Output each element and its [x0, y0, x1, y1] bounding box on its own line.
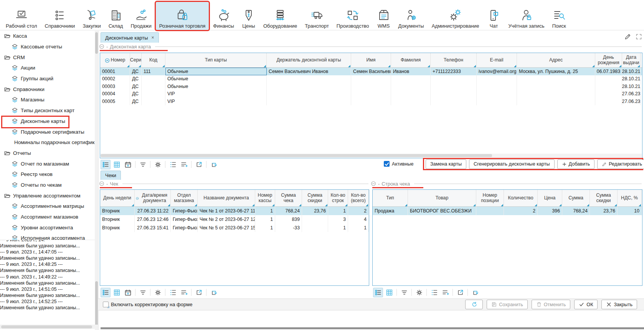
table-cell[interactable]: 396 [538, 207, 562, 215]
table-cell[interactable]: 1 [348, 224, 369, 232]
sidebar-scrollbar[interactable] [95, 31, 98, 330]
table-cell[interactable] [431, 75, 477, 83]
table-cell[interactable]: 23,76 [302, 207, 328, 215]
table-cell[interactable] [595, 75, 622, 83]
nav-item-warehouse[interactable]: Склад [105, 2, 127, 30]
table-cell[interactable]: 111 [142, 68, 165, 75]
table-cell[interactable]: Гипер-Фьюж [171, 207, 198, 215]
nav-item-prices[interactable]: Цены [238, 2, 259, 30]
column-header[interactable]: Сумма чека [275, 190, 302, 207]
table-cell[interactable] [351, 75, 391, 83]
tab-discount-cards[interactable]: Дисконтные карты × [101, 32, 159, 43]
table-cell[interactable] [267, 83, 351, 90]
column-header[interactable]: Название документа [198, 190, 255, 207]
table-cell[interactable]: -33 [275, 224, 302, 232]
refresh-button[interactable] [209, 160, 219, 169]
table-cell[interactable] [391, 90, 431, 98]
table-cell[interactable]: ДС [130, 83, 142, 90]
sidebar-item-типы-дисконтных-карт[interactable]: Типы дисконтных карт [0, 105, 95, 116]
table-cell[interactable]: ДС [130, 68, 142, 75]
table-cell[interactable]: VIP [165, 98, 267, 105]
table-cell[interactable]: 06.07.1983 [595, 68, 622, 75]
table-cell[interactable] [595, 98, 622, 105]
table-cell[interactable]: VIP [165, 90, 267, 98]
table-cell[interactable]: 1 [328, 207, 348, 215]
filter-button[interactable] [138, 160, 148, 169]
table-cell[interactable] [351, 90, 391, 98]
filter-button[interactable] [399, 288, 409, 297]
column-header[interactable]: E-mail [477, 53, 517, 68]
table-cell[interactable]: 27.06.23 15:41 [135, 224, 171, 232]
table-cell[interactable] [595, 90, 622, 98]
sidebar-item-дисконтные-карты[interactable]: Дисконтные карты [0, 116, 95, 127]
scrollbar-thumb[interactable] [95, 281, 98, 328]
table-row[interactable]: 00004ДСVIP27.06.23 [100, 90, 642, 98]
column-header[interactable]: Дата/время документа [135, 190, 171, 207]
table-cell[interactable]: 00001 [100, 68, 130, 75]
sidebar-item-ассортиментные-матрицы[interactable]: Ассортиментные матрицы [0, 201, 95, 212]
table-cell[interactable]: 27.06.23 11:22 [135, 207, 171, 215]
table-cell[interactable]: Гипер-Фьюж [171, 215, 198, 224]
column-header[interactable]: Дата выдачи [622, 53, 641, 68]
column-header[interactable]: Отдел магазина [171, 190, 198, 207]
sidebar-item-акции[interactable]: Акции [0, 63, 95, 73]
table-cell[interactable] [477, 98, 517, 105]
table-cell[interactable]: 27.06.23 12:46 [135, 215, 171, 224]
table-cell[interactable] [431, 90, 477, 98]
table-cell[interactable]: 10 [618, 207, 642, 215]
column-header[interactable]: Сумма скидки [590, 190, 618, 207]
edit-button[interactable]: Редактировать [597, 159, 644, 169]
table-cell[interactable]: 1 [255, 224, 275, 232]
save-button[interactable]: Сохранить [487, 300, 528, 309]
column-header[interactable]: День недели [100, 190, 135, 207]
settings-gear-button[interactable] [414, 288, 424, 297]
table-cell[interactable]: 27.06.23 [622, 90, 641, 98]
table-cell[interactable]: 23,76 [590, 207, 618, 215]
column-header[interactable]: Телефон [431, 53, 477, 68]
column-header[interactable]: Адрес [517, 53, 595, 68]
nav-item-administration[interactable]: Администрирование [428, 2, 483, 30]
ok-button[interactable]: ОК [574, 300, 598, 309]
column-header[interactable]: Кол-во (всего) [348, 190, 369, 207]
table-cell[interactable] [142, 75, 165, 83]
numbered-list-button[interactable] [168, 288, 178, 297]
nav-item-sales[interactable]: Продажи [127, 2, 155, 30]
table-cell[interactable] [477, 75, 517, 83]
table-cell[interactable]: БИОТВОРОГ ВЕС.ОБЕЗЖИ [408, 207, 476, 215]
table-cell[interactable] [267, 90, 351, 98]
table-cell[interactable] [477, 90, 517, 98]
sidebar-item-справочники[interactable]: Справочники [0, 84, 95, 95]
table-cell[interactable] [476, 207, 504, 215]
sidebar-item-управление-ассортиментом[interactable]: Управление ассортиментом [0, 190, 95, 201]
table-cell[interactable]: 768,24 [562, 207, 590, 215]
column-header[interactable] [641, 53, 642, 68]
generate-cards-button[interactable]: Сгенерировать дисконтные карты [469, 159, 554, 169]
column-header[interactable]: Кол-во строк [328, 190, 348, 207]
settings-gear-button[interactable] [153, 288, 163, 297]
filter-button[interactable] [138, 288, 148, 297]
table-cell[interactable] [142, 83, 165, 90]
table-cell[interactable]: Гипер-Фьюж [171, 224, 198, 232]
table-cell[interactable]: 1 [255, 215, 275, 224]
table-cell[interactable]: 2 [504, 207, 538, 215]
table-cell[interactable]: Москва, ул. Пушкина, д. 25 [517, 68, 595, 75]
refresh-button[interactable] [209, 288, 219, 297]
edit-icon[interactable] [624, 33, 631, 40]
table-row[interactable]: 00002ДСОбычные28.10.21 [100, 75, 642, 83]
table-cell[interactable] [641, 98, 642, 105]
numbered-list-button[interactable] [429, 288, 439, 297]
nav-item-wms[interactable]: WMS [373, 2, 394, 30]
calendar-view-button[interactable] [123, 288, 133, 297]
sidebar-item-кассовые-отчеты[interactable]: Кассовые отчеты [0, 41, 95, 52]
table-cell[interactable] [302, 224, 328, 232]
table-cell[interactable]: Чек № 1 от 2023-06-27 11:22: [198, 207, 255, 215]
list-view-button[interactable] [101, 160, 111, 169]
column-header[interactable]: День рождения [595, 53, 622, 68]
table-row[interactable]: ПродажаБИОТВОРОГ ВЕС.ОБЕЗЖИ2396768,2423,… [373, 207, 642, 215]
table-cell[interactable] [517, 75, 595, 83]
table-cell[interactable]: 768,24 [275, 207, 302, 215]
tab-checks[interactable]: Чеки [101, 171, 121, 180]
adjustment-checkbox[interactable] [103, 302, 109, 307]
refresh-button[interactable] [465, 300, 483, 309]
form-adjustment-toggle[interactable]: Включить корректировку на форме [103, 302, 192, 307]
